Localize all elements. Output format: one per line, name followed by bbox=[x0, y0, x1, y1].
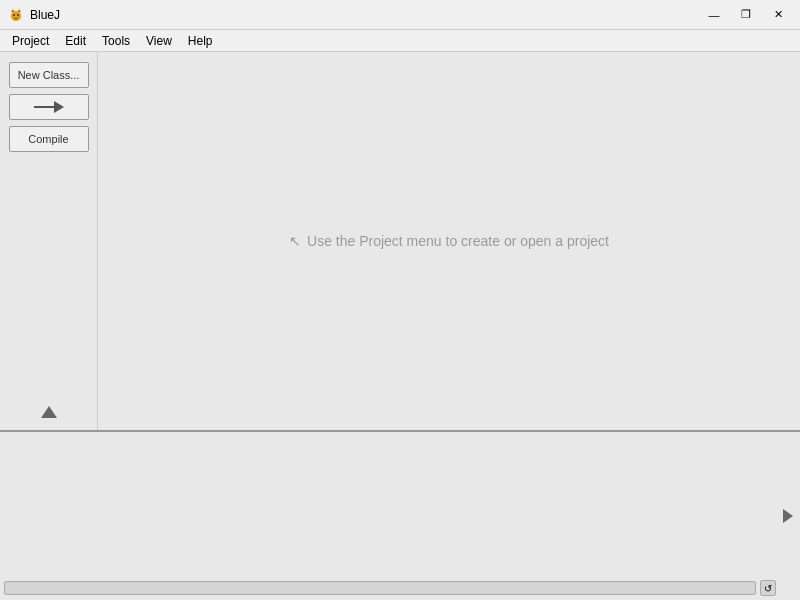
horizontal-scrollbar[interactable] bbox=[4, 581, 756, 595]
left-toolbar: New Class... Compile bbox=[0, 52, 98, 430]
menu-help[interactable]: Help bbox=[180, 30, 221, 51]
triangle-right-icon bbox=[783, 509, 793, 523]
lower-section: ↺ bbox=[0, 432, 800, 600]
hint-arrow-icon: ↖ bbox=[289, 233, 301, 249]
minimize-button[interactable]: — bbox=[700, 5, 728, 25]
menu-view[interactable]: View bbox=[138, 30, 180, 51]
window-title: BlueJ bbox=[30, 8, 700, 22]
hint-text: Use the Project menu to create or open a… bbox=[307, 233, 609, 249]
svg-marker-2 bbox=[18, 9, 21, 12]
main-container: New Class... Compile ↖ Use the Project m… bbox=[0, 52, 800, 600]
new-class-button[interactable]: New Class... bbox=[9, 62, 89, 88]
close-button[interactable]: ✕ bbox=[764, 5, 792, 25]
scroll-up-button[interactable] bbox=[39, 402, 59, 422]
triangle-up-icon bbox=[41, 406, 57, 418]
svg-marker-1 bbox=[11, 9, 14, 12]
arrow-icon bbox=[34, 100, 64, 114]
window-controls: — ❐ ✕ bbox=[700, 5, 792, 25]
arrow-button[interactable] bbox=[9, 94, 89, 120]
refresh-button[interactable]: ↺ bbox=[760, 580, 776, 596]
menu-project[interactable]: Project bbox=[4, 30, 57, 51]
compile-button[interactable]: Compile bbox=[9, 126, 89, 152]
svg-point-4 bbox=[17, 14, 19, 16]
menu-edit[interactable]: Edit bbox=[57, 30, 94, 51]
app-icon bbox=[8, 7, 24, 23]
menu-tools[interactable]: Tools bbox=[94, 30, 138, 51]
scroll-right-button[interactable] bbox=[780, 506, 796, 526]
canvas-hint: ↖ Use the Project menu to create or open… bbox=[289, 233, 609, 249]
upper-section: New Class... Compile ↖ Use the Project m… bbox=[0, 52, 800, 432]
svg-point-0 bbox=[11, 11, 21, 21]
maximize-button[interactable]: ❐ bbox=[732, 5, 760, 25]
menu-bar: Project Edit Tools View Help bbox=[0, 30, 800, 52]
canvas-area: ↖ Use the Project menu to create or open… bbox=[98, 52, 800, 430]
bottom-scrollbar-area: ↺ bbox=[4, 580, 776, 596]
title-bar: BlueJ — ❐ ✕ bbox=[0, 0, 800, 30]
svg-point-3 bbox=[13, 14, 15, 16]
